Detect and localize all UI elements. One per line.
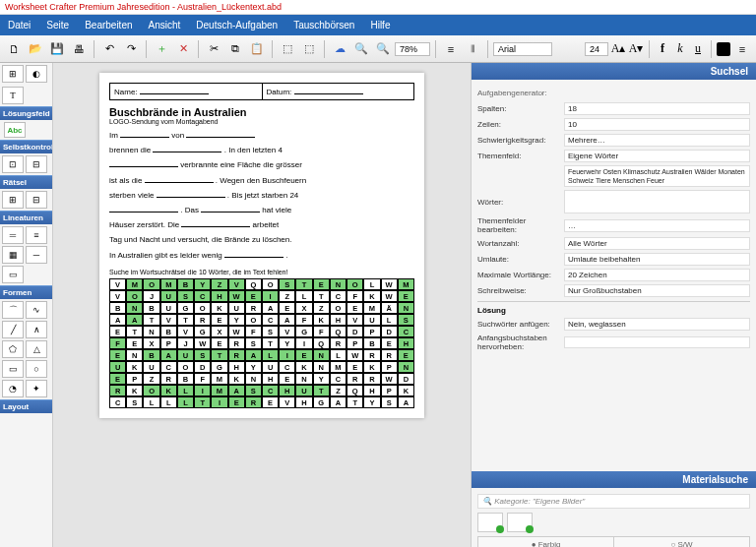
- shape-pentagon-icon[interactable]: ⬠: [2, 340, 24, 358]
- ws-cell[interactable]: D: [398, 373, 414, 385]
- ws-cell[interactable]: Q: [313, 337, 330, 349]
- ws-cell[interactable]: N: [398, 302, 414, 314]
- color-icon[interactable]: [717, 42, 730, 56]
- ws-cell[interactable]: S: [279, 278, 295, 290]
- ws-cell[interactable]: T: [313, 385, 330, 396]
- italic-button[interactable]: k: [672, 40, 688, 58]
- ws-cell[interactable]: E: [346, 361, 363, 373]
- ws-cell[interactable]: U: [160, 302, 177, 314]
- open-icon[interactable]: 📂: [26, 39, 45, 59]
- ws-cell[interactable]: Z: [143, 373, 159, 385]
- ws-cell[interactable]: R: [228, 349, 245, 361]
- ws-cell[interactable]: W: [346, 349, 363, 361]
- shape-circle-icon[interactable]: ○: [26, 360, 47, 378]
- ws-cell[interactable]: R: [245, 396, 262, 408]
- ws-cell[interactable]: V: [279, 396, 295, 408]
- print-icon[interactable]: 🖶: [69, 39, 89, 59]
- ws-cell[interactable]: W: [381, 373, 398, 385]
- ws-cell[interactable]: K: [160, 385, 177, 396]
- ws-cell[interactable]: C: [160, 361, 177, 373]
- ws-cell[interactable]: B: [143, 302, 159, 314]
- ws-cell[interactable]: K: [313, 314, 330, 326]
- ws-cell[interactable]: A: [228, 385, 245, 396]
- ws-cell[interactable]: G: [313, 396, 330, 408]
- ws-cell[interactable]: H: [262, 373, 279, 385]
- ws-cell[interactable]: S: [262, 326, 279, 337]
- ws-cell[interactable]: B: [109, 302, 126, 314]
- ws-cell[interactable]: X: [295, 302, 312, 314]
- ws-cell[interactable]: E: [211, 314, 227, 326]
- menu-seite[interactable]: Seite: [38, 18, 77, 32]
- ws-cell[interactable]: F: [245, 326, 262, 337]
- ws-cell[interactable]: H: [398, 337, 414, 349]
- ws-cell[interactable]: E: [313, 278, 330, 290]
- ws-cell[interactable]: Q: [330, 326, 346, 337]
- ws-cell[interactable]: O: [245, 314, 262, 326]
- menu-ansicht[interactable]: Ansicht: [141, 18, 189, 32]
- tool-line3-icon[interactable]: ▦: [2, 246, 24, 264]
- ws-cell[interactable]: F: [109, 337, 126, 349]
- menu-hilfe[interactable]: Hilfe: [362, 18, 398, 32]
- ws-cell[interactable]: Q: [346, 385, 363, 396]
- tool-text-icon[interactable]: T: [2, 87, 24, 104]
- underline-button[interactable]: u: [690, 40, 706, 58]
- ws-cell[interactable]: H: [363, 385, 380, 396]
- ws-cell[interactable]: I: [211, 396, 227, 408]
- shape-arc-icon[interactable]: ⌒: [2, 301, 24, 319]
- ws-cell[interactable]: B: [363, 337, 380, 349]
- schreib-input[interactable]: Nur Großbuchstaben: [564, 284, 750, 297]
- ws-cell[interactable]: L: [262, 349, 279, 361]
- ws-cell[interactable]: Z: [330, 385, 346, 396]
- ws-cell[interactable]: K: [126, 385, 143, 396]
- ws-cell[interactable]: T: [295, 278, 312, 290]
- sw-button[interactable]: ○ S/W: [614, 537, 749, 547]
- tool-line1-icon[interactable]: ═: [2, 226, 24, 244]
- ws-cell[interactable]: Q: [245, 278, 262, 290]
- ws-cell[interactable]: G: [295, 326, 312, 337]
- ws-cell[interactable]: N: [313, 349, 330, 361]
- ws-cell[interactable]: Y: [279, 337, 295, 349]
- ws-cell[interactable]: P: [381, 385, 398, 396]
- canvas[interactable]: Name: Datum: Buschbrände in Australien L…: [53, 63, 471, 547]
- ws-cell[interactable]: R: [109, 385, 126, 396]
- distribute-icon[interactable]: ⫴: [463, 39, 482, 59]
- ws-cell[interactable]: L: [160, 396, 177, 408]
- ws-cell[interactable]: J: [177, 337, 194, 349]
- tool-check2-icon[interactable]: ⊟: [26, 155, 47, 173]
- shape-line-icon[interactable]: ╱: [2, 321, 24, 338]
- ws-cell[interactable]: V: [346, 314, 363, 326]
- ws-cell[interactable]: Z: [211, 278, 227, 290]
- zoom-select[interactable]: 78%: [395, 42, 430, 56]
- ws-cell[interactable]: S: [245, 385, 262, 396]
- ws-cell[interactable]: E: [279, 302, 295, 314]
- tool-line2-icon[interactable]: ≡: [26, 226, 47, 244]
- ungroup-icon[interactable]: ⬚: [299, 39, 319, 59]
- ws-cell[interactable]: A: [160, 349, 177, 361]
- ws-cell[interactable]: Y: [313, 373, 330, 385]
- ws-cell[interactable]: M: [211, 385, 227, 396]
- tool-wordsearch-icon[interactable]: ⊞: [2, 191, 24, 209]
- ws-cell[interactable]: M: [330, 361, 346, 373]
- ws-cell[interactable]: G: [194, 326, 211, 337]
- ws-cell[interactable]: N: [245, 373, 262, 385]
- ws-cell[interactable]: C: [194, 290, 211, 302]
- tool-check1-icon[interactable]: ⊡: [2, 155, 24, 173]
- ws-cell[interactable]: N: [330, 278, 346, 290]
- ws-cell[interactable]: M: [363, 302, 380, 314]
- ws-cell[interactable]: U: [295, 385, 312, 396]
- ws-cell[interactable]: K: [211, 302, 227, 314]
- ws-cell[interactable]: A: [109, 314, 126, 326]
- maxlen-input[interactable]: 20 Zeichen: [564, 269, 750, 281]
- material-thumb-2[interactable]: [507, 513, 533, 532]
- ws-cell[interactable]: O: [194, 302, 211, 314]
- group-icon[interactable]: ⬚: [278, 39, 297, 59]
- ws-cell[interactable]: F: [313, 326, 330, 337]
- ws-cell[interactable]: R: [245, 302, 262, 314]
- align-left-icon[interactable]: ≡: [732, 39, 752, 59]
- ws-cell[interactable]: K: [398, 385, 414, 396]
- ws-cell[interactable]: V: [279, 326, 295, 337]
- ws-cell[interactable]: Y: [194, 278, 211, 290]
- ws-cell[interactable]: H: [211, 290, 227, 302]
- ws-cell[interactable]: O: [126, 290, 143, 302]
- ws-cell[interactable]: D: [346, 326, 363, 337]
